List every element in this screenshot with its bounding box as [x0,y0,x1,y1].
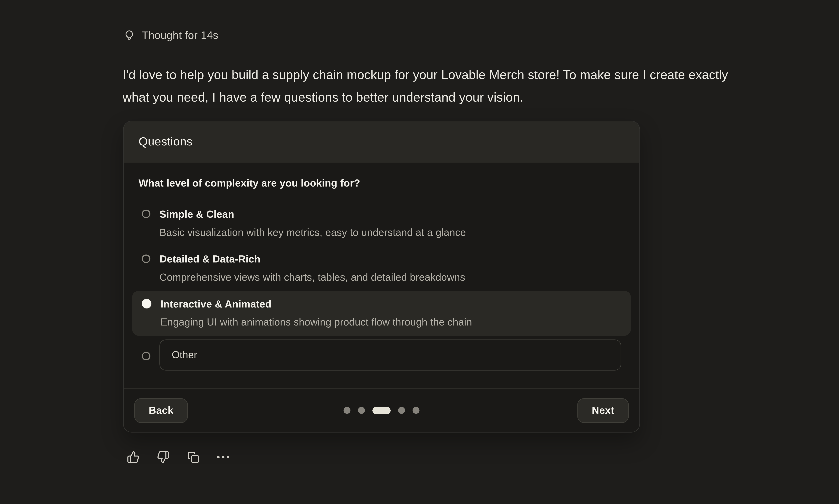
assistant-message: I'd love to help you build a supply chai… [123,64,749,108]
thought-summary[interactable]: Thought for 14s [124,29,219,42]
pagination-dot [358,407,365,414]
option-description: Comprehensive views with charts, tables,… [159,270,465,284]
option-label: Interactive & Animated [160,297,472,311]
pagination-dot [413,407,420,414]
option-label: Simple & Clean [159,208,466,221]
pagination-dots [344,407,420,414]
thought-label: Thought for 14s [142,29,219,41]
copy-icon [187,451,199,464]
thumbs-up-icon [127,451,140,464]
pagination-dot [398,407,405,414]
pagination-dot [344,407,351,414]
other-option-input[interactable] [159,340,621,371]
ellipsis-icon [216,451,230,464]
option-description: Basic visualization with key metrics, ea… [159,226,466,239]
more-options-button[interactable] [216,450,230,464]
option-detailed-data-rich[interactable]: Detailed & Data-Rich Comprehensive views… [132,246,631,291]
option-label: Detailed & Data-Rich [159,252,465,266]
option-description: Engaging UI with animations showing prod… [160,316,472,329]
card-footer: Back Next [124,388,640,432]
thumbs-down-icon [157,451,170,464]
radio-unselected-icon[interactable] [142,352,151,360]
radio-selected-icon[interactable] [142,299,152,308]
pagination-dot-active [372,407,390,414]
option-simple-clean[interactable]: Simple & Clean Basic visualization with … [132,201,631,246]
chat-response: Thought for 14s I'd love to help you bui… [0,0,839,504]
questions-card-body: What level of complexity are you looking… [124,162,640,388]
message-actions [126,450,230,464]
questions-card: Questions What level of complexity are y… [123,121,640,432]
next-button[interactable]: Next [577,398,629,423]
option-other[interactable] [132,336,631,374]
questions-card-header: Questions [124,121,640,162]
card-title: Questions [139,135,192,148]
question-title: What level of complexity are you looking… [139,178,624,189]
option-interactive-animated[interactable]: Interactive & Animated Engaging UI with … [132,291,631,336]
lightbulb-icon [124,29,135,42]
radio-unselected-icon[interactable] [142,210,151,218]
radio-unselected-icon[interactable] [142,254,151,263]
back-button[interactable]: Back [134,398,188,423]
thumbs-down-button[interactable] [156,450,170,464]
copy-button[interactable] [186,450,200,464]
options-list: Simple & Clean Basic visualization with … [139,201,624,374]
thumbs-up-button[interactable] [126,450,140,464]
